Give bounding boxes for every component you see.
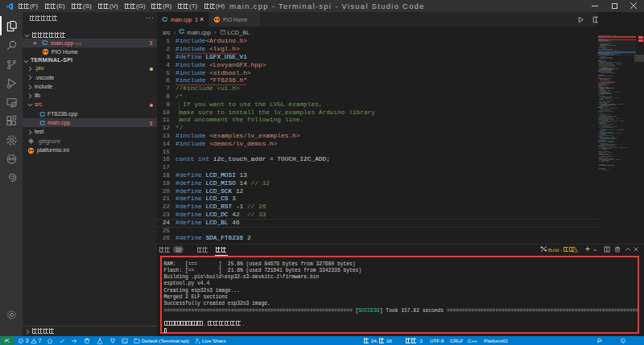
svg-text:C: C xyxy=(39,111,44,117)
svg-text:C: C xyxy=(42,39,47,46)
svg-text:C: C xyxy=(179,28,184,35)
svg-text:C: C xyxy=(39,120,44,126)
svg-text:C: C xyxy=(162,16,167,23)
